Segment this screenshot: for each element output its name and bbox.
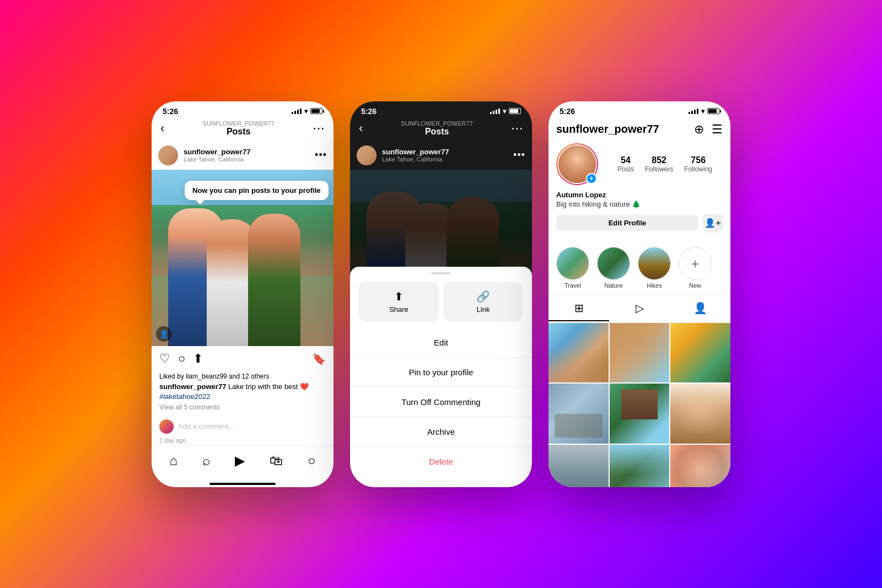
comment-input-row: Add a comment... [152,416,334,437]
caption-username: sunflower_power77 [159,382,226,391]
profile-header: sunflower_power77 ⊕ ☰ + 54 Posts [548,118,730,247]
reels-nav-icon[interactable]: ▶ [235,453,245,468]
grid-photo-4[interactable] [548,384,609,444]
highlight-label-new: New [679,282,712,289]
profile-tabs: ⊞ ▷ 👤 [548,295,730,322]
caption-1: sunflower_power77 Lake trip with the bes… [159,382,326,402]
back-button-2[interactable]: ‹ [359,121,363,136]
grid-photo-9[interactable] [670,445,730,487]
pin-tooltip: Now you can pin posts to your profile [185,181,329,200]
add-person-button[interactable]: 👤+ [703,214,723,233]
sheet-pin-item[interactable]: Pin to your profile [350,358,532,387]
profile-full-name: Autumn Lopez [556,191,723,199]
back-button-1[interactable]: ‹ [160,121,164,136]
post-user-info-1: sunflower_power77 Lake Tahoe, California [184,148,309,163]
shop-nav-icon[interactable]: 🛍 [270,453,283,468]
followers-count: 852 [645,155,673,165]
phone-2: 5:26 ▾ ‹ SUNFLOWER_POWER77 Posts ⋯ [350,101,532,487]
tooltip-text: Now you can pin posts to your profile [192,186,321,195]
battery-3 [707,108,719,114]
post-info-1: Liked by liam_beanz99 and 12 others sunf… [152,371,334,416]
highlight-label-hikes: Hikes [638,282,671,289]
post-image-1: Now you can pin posts to your profile 👤 [152,170,334,346]
nav-bar-2: ‹ SUNFLOWER_POWER77 Posts ⋯ [350,118,532,141]
highlight-circle-new: ＋ [679,247,712,280]
grid-photo-5[interactable] [610,384,670,444]
followers-label: Followers [645,165,673,173]
nav-username-2: SUNFLOWER_POWER77 [363,120,511,127]
grid-photo-1[interactable] [548,323,609,383]
grid-photo-3[interactable] [670,323,730,383]
grid-photo-8[interactable] [610,445,670,487]
three-dots-2[interactable]: ••• [513,149,525,161]
highlight-circle-nature [597,247,630,280]
highlight-hikes[interactable]: Hikes [638,247,671,289]
phone-3: 5:26 ▾ sunflower_power77 ⊕ ☰ [548,101,730,487]
menu-icon[interactable]: ☰ [712,122,723,137]
post-header-2: sunflower_power77 Lake Tahoe, California… [350,141,532,170]
status-icons-3: ▾ [689,107,719,115]
highlights-row: Travel Nature Hikes ＋ New [548,247,730,289]
tab-grid[interactable]: ⊞ [548,296,609,321]
plus-badge[interactable]: + [586,173,597,184]
wifi-icon-2: ▾ [503,107,506,115]
three-dots-1[interactable]: ••• [315,149,327,161]
title-section-2: SUNFLOWER_POWER77 Posts [363,120,511,137]
post-actions-1: ♡ ○ ⬆ 🔖 [152,346,334,371]
profile-nav-icon[interactable]: ○ [308,453,316,468]
grid-photo-6[interactable] [670,384,730,444]
title-section-1: SUNFLOWER_POWER77 Posts [164,120,313,137]
profile-icons: ⊕ ☰ [694,122,723,137]
highlight-circle-travel [556,247,589,280]
add-post-icon[interactable]: ⊕ [694,122,704,137]
more-button-2[interactable]: ⋯ [511,121,523,136]
following-stat[interactable]: 756 Following [684,155,712,173]
share-label: Share [364,305,433,314]
home-nav-icon[interactable]: ⌂ [170,453,178,468]
following-count: 756 [684,155,712,165]
sheet-delete-item[interactable]: Delete [350,447,532,476]
sheet-archive-item[interactable]: Archive [350,417,532,447]
share-icon[interactable]: ⬆ [193,352,203,366]
more-button-1[interactable]: ⋯ [313,121,325,136]
tab-reels[interactable]: ▷ [609,296,670,321]
commenter-avatar [159,419,174,434]
status-icons-1: ▾ [292,107,322,115]
wifi-icon-1: ▾ [304,107,308,115]
comment-icon[interactable]: ○ [178,352,185,366]
highlight-new[interactable]: ＋ New [679,247,712,289]
profile-username: sunflower_power77 [556,123,659,136]
sheet-link-button[interactable]: 🔗 Link [443,282,523,321]
grid-photo-7[interactable] [548,445,609,487]
tab-tagged[interactable]: 👤 [670,296,730,321]
sheet-share-button[interactable]: ⬆ Share [359,282,439,321]
post-username-2: sunflower_power77 [382,148,508,156]
bookmark-icon[interactable]: 🔖 [312,352,326,365]
edit-profile-button[interactable]: Edit Profile [556,215,698,231]
stats-items: 54 Posts 852 Followers 756 Following [607,155,723,173]
post-username-1: sunflower_power77 [184,148,309,156]
nav-title-1: Posts [164,127,313,137]
search-nav-icon[interactable]: ⌕ [202,453,210,468]
sheet-edit-item[interactable]: Edit [350,328,532,358]
comment-placeholder[interactable]: Add a comment... [178,422,234,430]
comments-link-1[interactable]: View all 5 comments [159,403,326,411]
phone-1: 5:26 ▾ ‹ SUNFLOWER_POWER77 Posts ⋯ [152,101,334,487]
grid-photo-2[interactable] [610,323,670,383]
post-location-1: Lake Tahoe, California [184,156,309,163]
status-icons-2: ▾ [490,107,521,115]
highlight-nature[interactable]: Nature [597,247,630,289]
home-indicator-1 [209,483,276,485]
edit-profile-row: Edit Profile 👤+ [556,214,723,233]
posts-label: Posts [617,165,634,173]
timestamp-1: 1 day ago [152,437,334,446]
following-label: Following [684,165,712,173]
sheet-turn-off-item[interactable]: Turn Off Commenting [350,387,532,417]
profile-stats-row: + 54 Posts 852 Followers 756 Following [556,143,723,185]
like-icon[interactable]: ♡ [159,352,170,366]
time-1: 5:26 [163,107,178,116]
time-3: 5:26 [560,107,575,116]
followers-stat[interactable]: 852 Followers [645,155,673,173]
user-tag-overlay[interactable]: 👤 [156,326,171,342]
highlight-travel[interactable]: Travel [556,247,589,289]
